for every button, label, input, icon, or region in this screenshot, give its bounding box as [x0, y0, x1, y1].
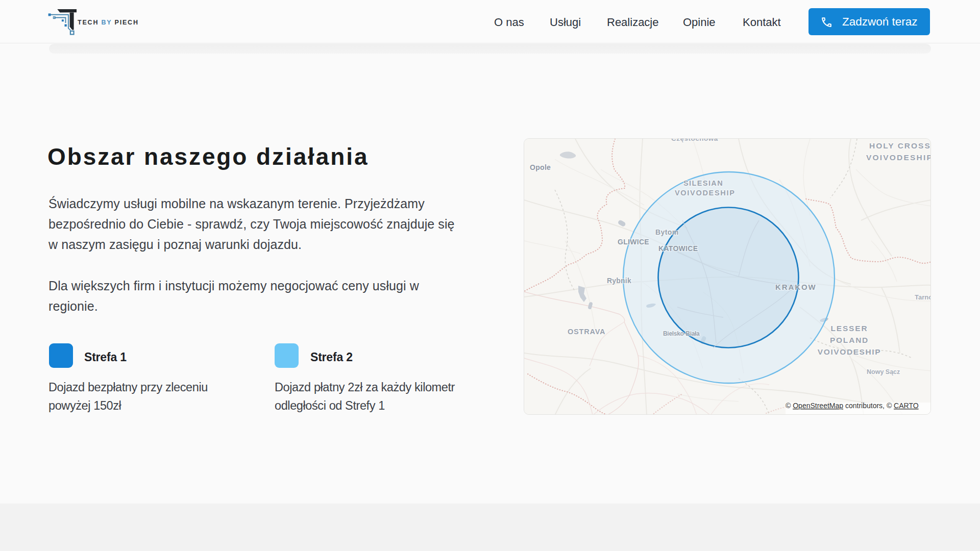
svg-text:KATOWICE: KATOWICE [658, 244, 698, 253]
svg-text:KRAKOW: KRAKOW [775, 283, 817, 291]
svg-text:Bielsko-Biała: Bielsko-Biała [663, 330, 700, 337]
svg-text:Nowy Sącz: Nowy Sącz [867, 368, 900, 375]
svg-text:VOIVODESHIP: VOIVODESHIP [675, 189, 736, 197]
svg-text:Częstochowa: Częstochowa [671, 139, 718, 142]
svg-text:Tarnó: Tarnó [915, 293, 931, 301]
svg-text:VOIVODESHIP: VOIVODESHIP [866, 153, 931, 162]
svg-text:© OpenStreetMap contributors,: © OpenStreetMap contributors, © CARTO [786, 402, 919, 410]
svg-text:GLIWICE: GLIWICE [618, 238, 649, 246]
svg-text:VOIVODESHIP: VOIVODESHIP [818, 347, 881, 356]
svg-text:OSTRAVA: OSTRAVA [568, 328, 605, 336]
svg-text:Opole: Opole [530, 163, 551, 171]
svg-text:LESSER: LESSER [831, 324, 868, 333]
svg-text:SILESIAN: SILESIAN [683, 179, 723, 187]
svg-text:Rybnik: Rybnik [607, 277, 631, 285]
svg-text:POLAND: POLAND [830, 336, 869, 344]
svg-text:HOLY CROSS: HOLY CROSS [869, 141, 931, 150]
svg-text:Bytom: Bytom [655, 228, 679, 236]
